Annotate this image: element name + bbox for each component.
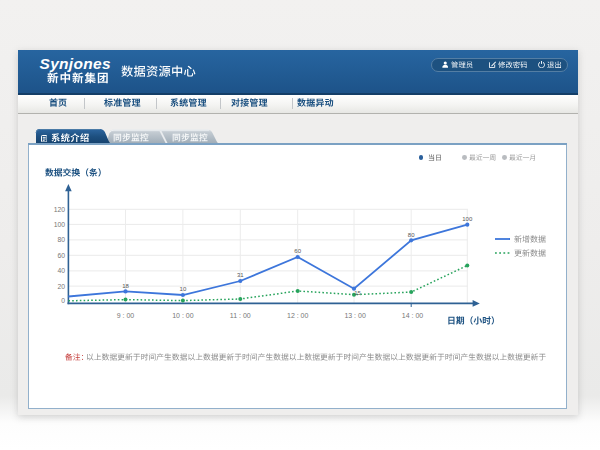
- svg-text:31: 31: [237, 272, 244, 278]
- svg-text:13 : 00: 13 : 00: [344, 312, 366, 319]
- svg-text:10 : 00: 10 : 00: [172, 312, 194, 319]
- svg-text:14 : 00: 14 : 00: [402, 312, 424, 319]
- svg-text:80: 80: [57, 236, 65, 243]
- svg-text:9 : 00: 9 : 00: [117, 312, 135, 319]
- svg-text:15: 15: [354, 290, 361, 296]
- svg-text:11 : 00: 11 : 00: [230, 312, 251, 319]
- svg-text:18: 18: [122, 283, 129, 289]
- svg-text:10: 10: [180, 286, 187, 292]
- svg-text:120: 120: [54, 206, 66, 213]
- svg-text:60: 60: [57, 252, 65, 259]
- svg-text:20: 20: [57, 283, 65, 290]
- svg-text:0: 0: [61, 297, 65, 304]
- svg-text:40: 40: [57, 267, 65, 274]
- svg-text:60: 60: [294, 248, 301, 254]
- svg-text:100: 100: [462, 216, 473, 222]
- svg-text:12 : 00: 12 : 00: [287, 312, 309, 319]
- svg-text:80: 80: [408, 232, 415, 238]
- svg-text:100: 100: [54, 221, 66, 228]
